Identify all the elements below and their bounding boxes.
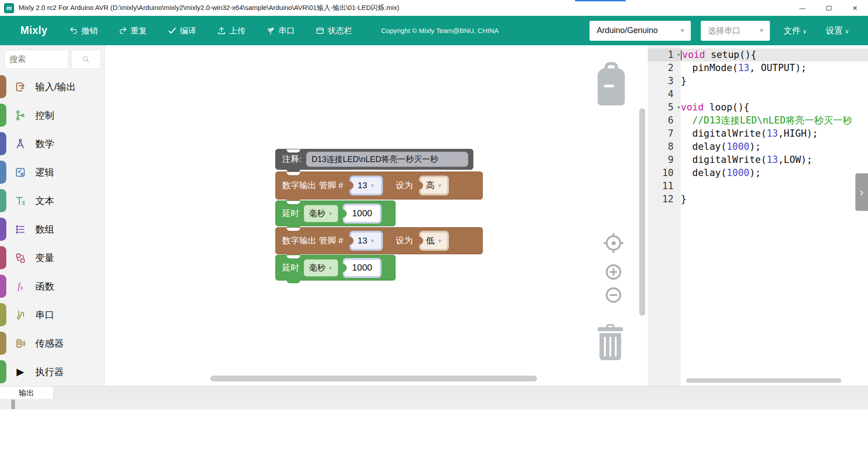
level-dropdown[interactable]: 高▼ xyxy=(419,176,449,195)
code-horizontal-scrollbar[interactable] xyxy=(686,378,841,383)
compile-button[interactable]: 编译 xyxy=(168,25,196,36)
line-number[interactable]: 12 xyxy=(648,193,681,206)
output-scroll-thumb[interactable] xyxy=(11,400,15,409)
code-line[interactable]: pinMode(13, OUTPUT); xyxy=(681,62,868,75)
code-line[interactable]: } xyxy=(681,193,868,206)
search-button[interactable] xyxy=(71,50,101,69)
sidebar-item-actuator[interactable]: ▶执行器 xyxy=(0,357,105,386)
chevron-down-icon: ∨ xyxy=(802,28,807,35)
button-label: 串口 xyxy=(278,25,295,36)
zoom-out-button[interactable] xyxy=(606,287,621,303)
code-line[interactable]: delay(1000); xyxy=(681,140,868,153)
line-number[interactable]: 4 xyxy=(648,88,681,101)
search-icon xyxy=(82,55,90,63)
block-workspace[interactable]: 注释: D13连接LED\nLED将亮一秒灭一秒 数字输出 管脚 # 13▼ 设… xyxy=(105,45,648,386)
line-number[interactable]: 1▾ xyxy=(648,48,681,62)
line-number[interactable]: 10 xyxy=(648,167,681,180)
sidebar-item-io[interactable]: 输入/输出 xyxy=(0,72,105,101)
delay-value: 1000 xyxy=(352,208,373,219)
pin-value: 13 xyxy=(358,236,367,246)
digital-write-label: 数字输出 管脚 # xyxy=(282,235,343,247)
backpack-icon[interactable] xyxy=(597,62,626,105)
digital-write-block-low[interactable]: 数字输出 管脚 # 13▼ 设为 低▼ xyxy=(275,227,483,254)
pin-value: 13 xyxy=(358,181,367,191)
menu-file[interactable]: 文件∨ xyxy=(780,25,811,37)
line-number[interactable]: 7 xyxy=(648,127,681,140)
chevron-down-icon: ▼ xyxy=(759,27,764,34)
tab-output[interactable]: 输出 xyxy=(0,386,53,399)
delay-value-field[interactable]: 1000 xyxy=(343,204,382,224)
code-line[interactable]: void setup(){ xyxy=(681,48,868,62)
maximize-button[interactable] xyxy=(816,0,842,16)
category-color-strip xyxy=(0,161,6,184)
level-value: 高 xyxy=(426,180,434,191)
sidebar-item-sensor[interactable]: 传感器 xyxy=(0,329,105,357)
code-line[interactable]: void loop(){ xyxy=(681,101,868,114)
minimize-button[interactable]: — xyxy=(789,0,816,16)
sidebar-item-text[interactable]: 文本 xyxy=(0,186,105,215)
code-line[interactable]: delay(1000); xyxy=(681,167,868,180)
zoom-reset-button[interactable] xyxy=(606,235,621,251)
comment-text-field[interactable]: D13连接LED\nLED将亮一秒灭一秒 xyxy=(306,152,468,167)
maximize-icon xyxy=(826,6,831,10)
category-color-strip xyxy=(0,189,6,212)
redo-button[interactable]: 重复 xyxy=(118,25,147,36)
unit-value: 毫秒 xyxy=(309,262,326,273)
sidebar-item-function[interactable]: fx函数 xyxy=(0,272,105,300)
unit-dropdown[interactable]: 毫秒▼ xyxy=(304,259,338,276)
output-panel-body xyxy=(0,410,868,467)
delay-value-field[interactable]: 1000 xyxy=(343,258,382,278)
code-line[interactable]: } xyxy=(681,75,868,88)
line-number[interactable]: 8 xyxy=(648,140,681,153)
search-input[interactable] xyxy=(5,50,69,69)
code-line[interactable]: digitalWrite(13,HIGH); xyxy=(681,127,868,140)
line-number[interactable]: 3 xyxy=(648,75,681,88)
redo-icon xyxy=(118,26,127,35)
sidebar-item-array[interactable]: 数组 xyxy=(0,215,105,243)
delay-block-2[interactable]: 延时 毫秒▼ 1000 xyxy=(275,255,396,281)
statusbar-button[interactable]: 状态栏 xyxy=(316,25,352,36)
line-number[interactable]: 9 xyxy=(648,153,681,167)
fold-caret-icon[interactable]: ▾ xyxy=(677,48,680,62)
sidebar-item-variable[interactable]: 变量 xyxy=(0,243,105,272)
sidebar-item-control[interactable]: 控制 xyxy=(0,101,105,129)
canvas-horizontal-scrollbar[interactable] xyxy=(210,376,537,381)
code-lines[interactable]: void setup(){ pinMode(13, OUTPUT);}void … xyxy=(681,48,868,206)
unit-dropdown[interactable]: 毫秒▼ xyxy=(304,205,338,222)
menu-label: 设置 xyxy=(826,25,843,37)
digital-write-block-high[interactable]: 数字输出 管脚 # 13▼ 设为 高▼ xyxy=(275,172,483,200)
board-select[interactable]: Arduino/Genuino ▼ xyxy=(590,21,691,41)
pin-dropdown[interactable]: 13▼ xyxy=(349,176,383,195)
comment-block[interactable]: 注释: D13连接LED\nLED将亮一秒灭一秒 xyxy=(275,149,473,170)
zoom-in-button[interactable] xyxy=(606,264,621,280)
sidebar-item-serial[interactable]: 串口 xyxy=(0,300,105,329)
code-line[interactable] xyxy=(681,88,868,101)
upload-button[interactable]: 上传 xyxy=(217,25,245,36)
pin-dropdown[interactable]: 13▼ xyxy=(349,231,383,251)
code-line[interactable]: //D13连接LED\nLED将亮一秒灭一秒 xyxy=(681,114,868,127)
mixly-app-window: m Mixly 2.0 rc2 For Arduino AVR (D:\mixl… xyxy=(0,0,868,467)
level-dropdown[interactable]: 低▼ xyxy=(419,231,449,251)
sidebar-item-math[interactable]: 数学 xyxy=(0,129,105,158)
menu-settings[interactable]: 设置∨ xyxy=(822,25,853,37)
code-line[interactable]: digitalWrite(13,LOW); xyxy=(681,153,868,167)
line-number[interactable]: 11 xyxy=(648,180,681,193)
canvas-vertical-scrollbar[interactable] xyxy=(639,108,645,316)
port-select[interactable]: 选择串口 ▼ xyxy=(701,21,770,41)
close-button[interactable]: ✕ xyxy=(842,0,868,16)
fold-caret-icon[interactable]: ▾ xyxy=(677,101,680,114)
math-icon xyxy=(14,138,26,150)
trash-icon[interactable] xyxy=(598,324,623,360)
undo-button[interactable]: 撤销 xyxy=(69,25,98,36)
sidebar-item-logic[interactable]: 逻辑 xyxy=(0,158,105,186)
chevron-down-icon: ▼ xyxy=(370,183,375,188)
line-number[interactable]: 2 xyxy=(648,62,681,75)
line-number[interactable]: 5▾ xyxy=(648,101,681,114)
serial-button[interactable]: 串口 xyxy=(266,25,295,36)
delay-block-1[interactable]: 延时 毫秒▼ 1000 xyxy=(275,200,396,226)
chevron-down-icon: ▼ xyxy=(437,183,442,188)
code-line[interactable] xyxy=(681,180,868,193)
panel-collapse-handle[interactable]: › xyxy=(855,173,868,211)
accent-strip xyxy=(575,0,626,1)
line-number[interactable]: 6 xyxy=(648,114,681,127)
